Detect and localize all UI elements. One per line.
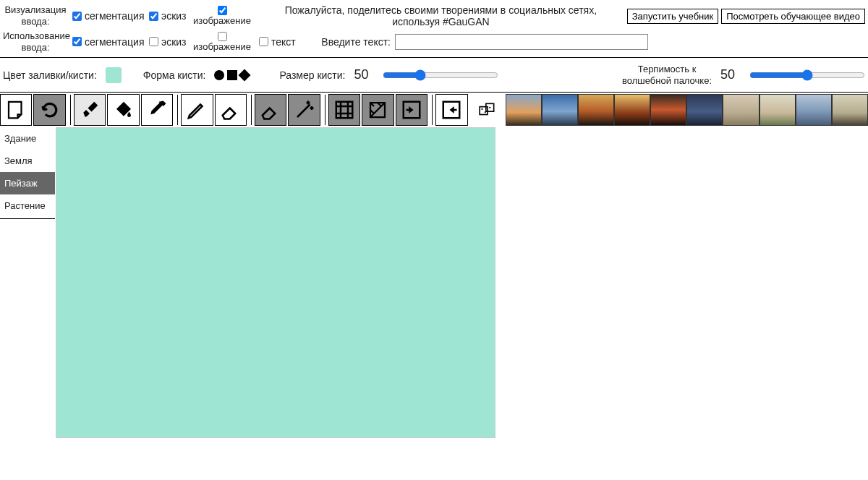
vis-image-label: изображение (193, 15, 251, 26)
brush-size-label: Размер кисти: (279, 69, 345, 81)
eyedropper-icon (146, 99, 168, 121)
eraser-tool[interactable] (215, 94, 247, 126)
brush-icon (79, 99, 101, 121)
eyedropper-tool[interactable] (141, 94, 173, 126)
eraser2-tool[interactable] (255, 94, 286, 126)
use-image-label: изображение (193, 41, 251, 52)
wand-tolerance-value: 50 (720, 67, 742, 82)
use-text-label: текст (271, 36, 296, 48)
style-thumbnail-5[interactable] (686, 94, 723, 126)
note-tool[interactable] (0, 94, 32, 126)
wand-tolerance-slider[interactable] (749, 69, 865, 81)
brush-shape-square[interactable] (227, 70, 237, 80)
style-thumbnail-9[interactable] (832, 94, 868, 126)
style-thumbnail-4[interactable] (650, 94, 686, 126)
palette-icon (367, 99, 388, 121)
brush-shape-circle[interactable] (214, 70, 224, 80)
text-prompt-input[interactable] (395, 34, 648, 50)
undo-tool[interactable] (33, 94, 65, 126)
vis-seg-label: сегментация (85, 10, 145, 22)
drawing-canvas[interactable] (56, 127, 495, 438)
sidebar-item-1[interactable]: Земля (0, 150, 55, 172)
use-seg-checkbox[interactable]: сегментация (72, 36, 145, 48)
share-message: Пожалуйста, поделитесь своими творениями… (259, 4, 623, 27)
pencil-tool[interactable] (181, 94, 213, 126)
eraser-icon (220, 99, 242, 121)
sidebar-item-2[interactable]: Пейзаж (0, 172, 55, 194)
undo-icon (39, 99, 61, 121)
randomize-button[interactable] (478, 100, 497, 119)
use-sketch-checkbox[interactable]: эскиз (149, 36, 185, 48)
brush-size-value: 50 (354, 67, 375, 82)
fill-icon (113, 99, 135, 121)
svg-point-4 (481, 108, 482, 110)
use-image-checkbox[interactable] (218, 32, 227, 41)
palette-tool[interactable] (362, 94, 393, 126)
magic-wand-icon (294, 99, 315, 121)
svg-point-6 (489, 107, 490, 108)
style-thumbnail-3[interactable] (614, 94, 650, 126)
eraser2-icon (260, 99, 281, 121)
vis-sketch-label: эскиз (161, 10, 187, 22)
sidebar-item-0[interactable]: Здание (0, 127, 55, 150)
style-thumbnail-8[interactable] (796, 94, 832, 126)
style-thumbnail-6[interactable] (723, 94, 759, 126)
export-icon (441, 99, 462, 121)
use-seg-label: сегментация (85, 36, 145, 48)
dice-icon (478, 100, 497, 119)
crop-tool[interactable] (328, 94, 360, 126)
brush-size-slider[interactable] (383, 69, 498, 81)
brush-shape-diamond[interactable] (239, 69, 251, 81)
style-thumbnail-0[interactable] (506, 94, 542, 126)
import-tool[interactable] (396, 94, 427, 126)
brush-shape-label: Форма кисти: (143, 69, 206, 81)
pencil-icon (186, 99, 208, 121)
brush-tool[interactable] (74, 94, 106, 126)
use-sketch-label: эскиз (161, 36, 187, 48)
fill-tool[interactable] (107, 94, 139, 126)
vis-seg-checkbox[interactable]: сегментация (72, 10, 145, 22)
svg-point-5 (484, 112, 485, 113)
vis-image-checkbox[interactable] (218, 6, 227, 15)
import-icon (401, 99, 422, 121)
vis-sketch-checkbox[interactable]: эскиз (149, 10, 185, 22)
watch-video-button[interactable]: Посмотреть обучающее видео (721, 9, 865, 24)
style-thumbnail-2[interactable] (578, 94, 614, 126)
fill-color-label: Цвет заливки/кисти: (3, 69, 97, 81)
crop-icon (333, 99, 355, 121)
fill-color-swatch[interactable] (106, 67, 122, 83)
enter-text-label: Введите текст: (321, 36, 391, 48)
usage-label: Использование ввода: (3, 30, 68, 53)
note-icon (5, 99, 27, 121)
export-tool[interactable] (435, 94, 467, 126)
use-text-checkbox[interactable]: текст (259, 36, 302, 48)
wand-tolerance-label: Терпимость к волшебной палочке: (622, 64, 712, 86)
visualization-label: Визуализация ввода: (3, 4, 68, 27)
launch-tutorial-button[interactable]: Запустить учебник (627, 9, 718, 24)
style-thumbnail-1[interactable] (542, 94, 578, 126)
sidebar-item-3[interactable]: Растение (0, 194, 55, 217)
magic-wand-tool[interactable] (288, 94, 320, 126)
style-thumbnail-7[interactable] (760, 94, 796, 126)
